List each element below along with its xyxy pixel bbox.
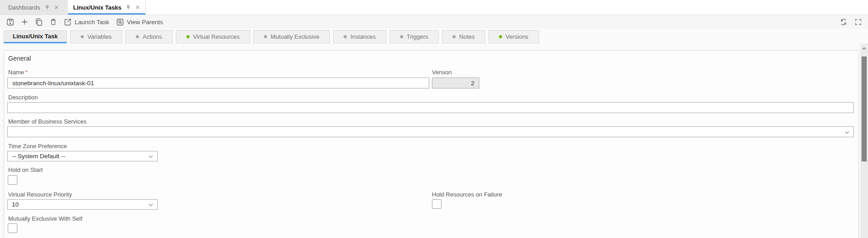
tab-label: Notes xyxy=(459,33,475,40)
close-icon[interactable] xyxy=(135,5,140,10)
tab-linux-unix-task[interactable]: Linux/Unix Task xyxy=(4,30,67,43)
virtual-resource-priority-value: 10 xyxy=(12,201,19,208)
tab-mutually-exclusive[interactable]: Mutually Exclusive xyxy=(253,30,330,43)
section-title-general: General xyxy=(8,55,31,62)
status-dot-gray xyxy=(344,35,347,38)
name-label: Name* xyxy=(8,69,28,76)
detail-tab-bar: Linux/Unix Task Variables Actions Virtua… xyxy=(0,29,868,43)
status-dot-gray xyxy=(264,35,267,38)
maximize-icon xyxy=(855,19,862,26)
name-value: stonebranch-linux/unixtask-01 xyxy=(12,80,94,87)
chevron-down-icon xyxy=(149,153,153,160)
required-marker: * xyxy=(26,69,28,76)
tab-label: Virtual Resources xyxy=(193,33,240,40)
version-input: 2 xyxy=(432,78,479,88)
tab-label: Triggers xyxy=(407,33,428,40)
status-dot-gray xyxy=(452,35,456,38)
status-dot-green xyxy=(499,35,502,38)
chevron-down-icon xyxy=(845,129,849,135)
task-detail-content: General Name* stonebranch-linux/unixtask… xyxy=(0,43,868,238)
view-parents-button[interactable]: View Parents xyxy=(116,18,163,26)
tab-virtual-resources[interactable]: Virtual Resources xyxy=(176,30,250,43)
pin-icon[interactable] xyxy=(44,5,50,10)
toolbar: Launch Task View Parents xyxy=(0,15,868,29)
member-of-business-services-label: Member of Business Services xyxy=(8,118,87,125)
vertical-scrollbar[interactable] xyxy=(860,44,868,238)
launch-task-label: Launch Task xyxy=(75,19,109,26)
name-input[interactable]: stonebranch-linux/unixtask-01 xyxy=(7,78,429,88)
scroll-up-button[interactable] xyxy=(860,44,868,52)
time-zone-preference-label: Time Zone Preference xyxy=(8,143,67,150)
window-tab-bar: Dashboards Linux/Unix Tasks xyxy=(0,0,868,15)
refresh-icon xyxy=(840,18,847,26)
window-tab-label: Linux/Unix Tasks xyxy=(73,4,122,11)
tab-variables[interactable]: Variables xyxy=(70,30,122,43)
close-icon[interactable] xyxy=(54,5,59,10)
delete-button[interactable] xyxy=(50,18,57,26)
window-tab-dashboards[interactable]: Dashboards xyxy=(0,0,67,15)
status-dot-gray xyxy=(136,35,139,38)
tab-label: Variables xyxy=(87,33,112,40)
scrollbar-thumb[interactable] xyxy=(862,57,867,161)
tab-actions[interactable]: Actions xyxy=(125,30,173,43)
launch-icon xyxy=(64,18,72,26)
tab-versions[interactable]: Versions xyxy=(488,30,539,43)
time-zone-preference-value: -- System Default -- xyxy=(12,153,65,160)
maximize-button[interactable] xyxy=(855,19,862,26)
tab-label: Versions xyxy=(506,33,529,40)
toolbar-right xyxy=(840,18,862,26)
copy-button[interactable] xyxy=(35,18,43,26)
window-tab-linux-unix-tasks[interactable]: Linux/Unix Tasks xyxy=(67,0,146,15)
trash-icon xyxy=(50,18,57,26)
view-parents-icon xyxy=(116,18,124,26)
version-label: Version xyxy=(432,69,452,76)
status-dot-gray xyxy=(81,35,84,38)
tab-notes[interactable]: Notes xyxy=(442,30,485,43)
save-icon xyxy=(6,18,14,26)
view-parents-label: View Parents xyxy=(127,19,163,26)
save-button[interactable] xyxy=(6,18,14,26)
tab-label: Instances xyxy=(350,33,376,40)
status-dot-green xyxy=(186,35,190,38)
window-tab-label: Dashboards xyxy=(8,4,40,11)
tab-instances[interactable]: Instances xyxy=(333,30,386,43)
description-label: Description xyxy=(8,94,38,101)
tab-label: Actions xyxy=(143,33,162,40)
tab-triggers[interactable]: Triggers xyxy=(390,30,439,43)
pin-icon[interactable] xyxy=(125,5,131,10)
time-zone-preference-select[interactable]: -- System Default -- xyxy=(7,151,158,161)
launch-task-button[interactable]: Launch Task xyxy=(64,18,109,26)
tab-label: Linux/Unix Task xyxy=(13,33,58,40)
mutually-exclusive-with-self-label: Mutually Exclusive With Self xyxy=(8,215,82,222)
hold-resources-on-failure-checkbox[interactable] xyxy=(432,199,442,209)
hold-on-start-label: Hold on Start xyxy=(8,166,43,173)
status-dot-gray xyxy=(400,35,403,38)
refresh-button[interactable] xyxy=(840,18,847,26)
mutually-exclusive-with-self-checkbox[interactable] xyxy=(8,223,17,233)
plus-icon xyxy=(21,18,28,26)
virtual-resource-priority-select[interactable]: 10 xyxy=(7,199,158,210)
hold-on-start-checkbox[interactable] xyxy=(8,175,17,185)
version-value: 2 xyxy=(471,80,474,87)
description-input[interactable] xyxy=(7,102,854,113)
chevron-up-icon xyxy=(862,44,867,52)
app-window: Dashboards Linux/Unix Tasks xyxy=(0,0,868,238)
member-of-business-services-combo[interactable] xyxy=(7,126,854,137)
copy-icon xyxy=(35,18,43,26)
add-button[interactable] xyxy=(21,18,28,26)
chevron-down-icon xyxy=(149,201,153,208)
virtual-resource-priority-label: Virtual Resource Priority xyxy=(8,191,72,198)
tab-label: Mutually Exclusive xyxy=(271,33,319,40)
hold-resources-on-failure-label: Hold Resources on Failure xyxy=(432,191,502,198)
